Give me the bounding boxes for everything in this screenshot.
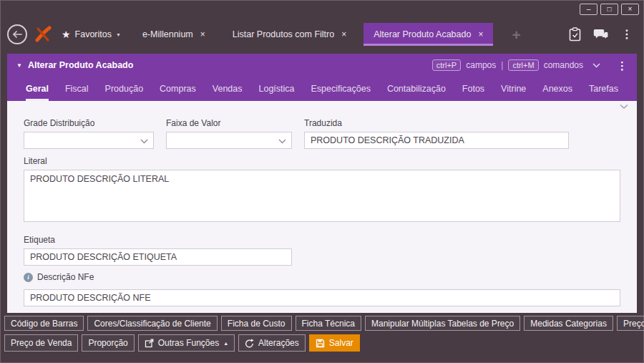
panel-shortcuts: ctrl+P campos | ctrl+M comandos ⋮: [432, 59, 628, 71]
app-window: { "window_controls": { "minimize": "–", …: [0, 0, 644, 363]
millennium-logo-icon: [34, 26, 52, 43]
shortcut-label-comandos: comandos: [544, 60, 583, 70]
top-navigation-bar: ★ Favoritos ▼ e-Millennium × Listar Prod…: [0, 19, 644, 50]
tab-label: e-Millennium: [142, 29, 193, 39]
literal-textarea[interactable]: PRODUTO DESCRIÇÃO LITERAL: [24, 170, 620, 222]
footer-row-2: Preço de Venda Proporção Outras Funções …: [4, 334, 640, 352]
topbar-actions: ⋮: [569, 27, 637, 42]
tab-label: Listar Produtos com Filtro: [233, 29, 334, 39]
browser-tabs: e-Millennium × Listar Produtos com Filtr…: [132, 23, 501, 46]
alteracoes-button[interactable]: Alterações: [238, 334, 306, 352]
field-faixa-de-valor: Faixa de Valor: [166, 118, 292, 149]
overflow-menu-icon[interactable]: ⋮: [621, 29, 633, 40]
shortcut-label-campos: campos: [466, 60, 496, 70]
field-label: Traduzida: [304, 118, 569, 128]
footer-toolbar: Código de Barras Cores/Classificação de …: [4, 316, 640, 352]
field-descricao-nfe: i Descrição NFe: [24, 272, 620, 306]
field-label: Descrição NFe: [37, 272, 94, 282]
shortcut-key-comandos: ctrl+M: [508, 59, 538, 71]
close-tab-icon[interactable]: ×: [478, 30, 483, 39]
tab-contabilizacao[interactable]: Contabilização: [387, 77, 446, 101]
alteracoes-label: Alterações: [258, 338, 299, 348]
new-tab-button[interactable]: +: [512, 27, 520, 42]
tab-especificacoes[interactable]: Especificações: [311, 77, 371, 101]
chevron-down-icon: ▼: [116, 32, 121, 37]
preco-de-venda-button[interactable]: Preço de Venda: [4, 334, 78, 352]
clipboard-tasks-icon[interactable]: [569, 27, 581, 42]
history-refresh-icon: [245, 339, 254, 348]
collapse-caret-icon[interactable]: ▼: [16, 62, 22, 69]
shortcut-key-campos: ctrl+P: [432, 59, 461, 71]
info-icon: i: [24, 273, 33, 282]
arrow-left-icon: [12, 31, 23, 38]
favorites-menu[interactable]: ★ Favoritos ▼: [62, 29, 121, 39]
field-traduzida: Traduzida: [304, 118, 569, 149]
tab-fiscal[interactable]: Fiscal: [65, 77, 89, 101]
field-label: Etiqueta: [24, 235, 292, 245]
chat-messages-icon[interactable]: [593, 29, 609, 41]
footer-row-1: Código de Barras Cores/Classificação de …: [4, 316, 640, 331]
tab-fotos[interactable]: Fotos: [462, 77, 484, 101]
etiqueta-input[interactable]: [24, 248, 292, 266]
tab-e-millennium[interactable]: e-Millennium ×: [132, 23, 215, 46]
tab-label: Alterar Produto Acabado: [374, 29, 471, 39]
tab-vendas[interactable]: Vendas: [213, 77, 243, 101]
close-button[interactable]: ×: [621, 4, 639, 15]
field-label: Grade Distribuição: [24, 118, 154, 128]
minimize-button[interactable]: –: [580, 4, 597, 15]
field-grade-distribuicao: Grade Distribuição: [24, 118, 154, 149]
outras-funcoes-button[interactable]: Outras Funções ▲: [138, 334, 235, 352]
tab-listar-produtos[interactable]: Listar Produtos com Filtro ×: [223, 23, 356, 46]
traduzida-input[interactable]: [304, 132, 569, 149]
window-titlebar: – □ ×: [0, 0, 644, 19]
back-button[interactable]: [7, 24, 27, 44]
chevron-down-icon[interactable]: [592, 63, 600, 68]
maximize-button[interactable]: □: [600, 4, 618, 15]
cores-classificacao-button[interactable]: Cores/Classificação de Cliente: [87, 316, 217, 331]
form-content: Grade Distribuição Faixa de Valor Traduz…: [7, 101, 637, 313]
shortcut-separator: |: [501, 60, 503, 70]
chevron-up-icon: ▲: [223, 341, 228, 346]
panel-tab-strip: Geral Fiscal Produção Compras Vendas Log…: [7, 77, 637, 101]
manipular-tabelas-preco-button[interactable]: Manipular Múltiplas Tabelas de Preço: [365, 316, 520, 331]
tab-geral[interactable]: Geral: [26, 77, 49, 101]
field-etiqueta: Etiqueta: [24, 235, 292, 266]
grade-distribuicao-select[interactable]: [24, 132, 154, 149]
field-literal: Literal PRODUTO DESCRIÇÃO LITERAL: [24, 156, 620, 225]
salvar-button[interactable]: Salvar: [309, 334, 360, 352]
faixa-de-valor-select[interactable]: [166, 132, 292, 149]
outras-funcoes-label: Outras Funções: [158, 338, 219, 348]
descricao-nfe-input[interactable]: [24, 289, 620, 306]
salvar-label: Salvar: [329, 338, 353, 348]
proporcao-button[interactable]: Proporção: [82, 334, 134, 352]
alterar-produto-panel: ▼ Alterar Produto Acabado ctrl+P campos …: [7, 54, 637, 313]
favorites-label: Favoritos: [75, 29, 112, 39]
preco-de-custo-button[interactable]: Preço de Custo: [617, 316, 644, 331]
close-tab-icon[interactable]: ×: [341, 30, 346, 39]
tab-anexos[interactable]: Anexos: [542, 77, 572, 101]
medidas-categorias-button[interactable]: Medidas Categorias: [524, 316, 613, 331]
tab-tarefas[interactable]: Tarefas: [589, 77, 618, 101]
close-tab-icon[interactable]: ×: [200, 30, 205, 39]
tab-producao[interactable]: Produção: [105, 77, 144, 101]
save-floppy-icon: [316, 339, 325, 348]
tab-vitrine[interactable]: Vitrine: [501, 77, 526, 101]
chevron-down-icon: [140, 139, 148, 144]
section-collapse-chevron-icon[interactable]: [620, 104, 628, 110]
external-link-icon: [145, 339, 154, 348]
tab-alterar-produto-acabado[interactable]: Alterar Produto Acabado ×: [364, 23, 493, 46]
field-label: Faixa de Valor: [166, 118, 292, 128]
ficha-tecnica-button[interactable]: Ficha Técnica: [296, 316, 361, 331]
panel-title: Alterar Produto Acabado: [28, 60, 133, 70]
panel-header: ▼ Alterar Produto Acabado ctrl+P campos …: [7, 54, 637, 77]
tab-logistica[interactable]: Logística: [259, 77, 295, 101]
codigo-de-barras-button[interactable]: Código de Barras: [4, 316, 84, 331]
form-row-1: Grade Distribuição Faixa de Valor Traduz…: [24, 118, 620, 149]
window-controls: – □ ×: [580, 4, 639, 15]
chevron-down-icon: [278, 139, 286, 144]
field-label: Literal: [24, 156, 620, 166]
ficha-de-custo-button[interactable]: Ficha de Custo: [221, 316, 292, 331]
star-icon: ★: [62, 29, 71, 39]
tab-compras[interactable]: Compras: [160, 77, 196, 101]
panel-menu-icon[interactable]: ⋮: [617, 60, 628, 71]
